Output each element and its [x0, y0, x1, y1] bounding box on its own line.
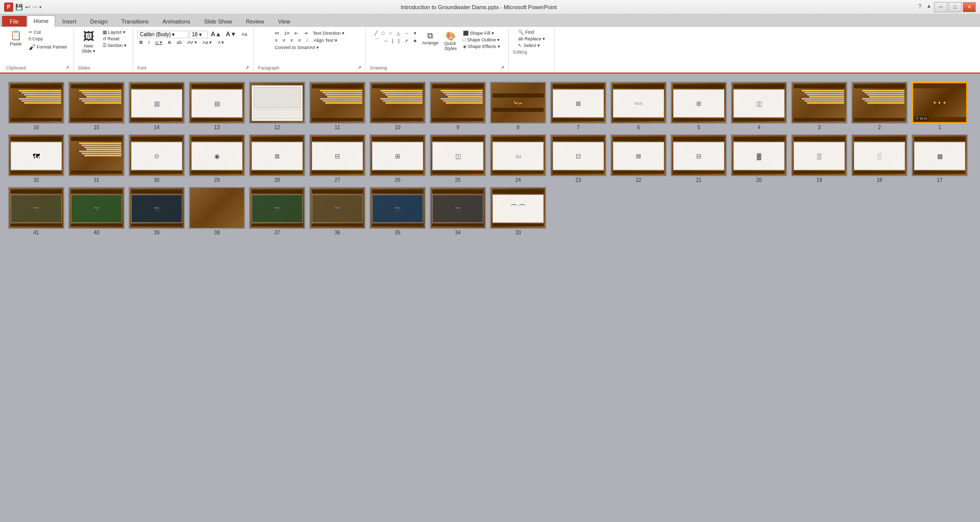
shape-freeform[interactable]: ⌓	[382, 37, 389, 44]
underline-button[interactable]: U ▾	[153, 39, 164, 45]
slide-sorter[interactable]: ✦ ✦ ✦ ⏱ 00:15 1 2 3 ◫ 4 ⊞	[0, 74, 980, 522]
copy-button[interactable]: ⎘ Copy	[27, 36, 69, 42]
slide-thumb-23[interactable]: ⊡ 23	[550, 134, 606, 183]
find-button[interactable]: 🔍 Find	[516, 29, 547, 35]
font-color-button[interactable]: A ▾	[215, 39, 226, 45]
format-painter-button[interactable]: 🖌 Format Painter	[27, 42, 69, 52]
slide-thumb-26[interactable]: ⊞ 26	[370, 134, 426, 183]
tab-view[interactable]: View	[272, 16, 297, 27]
slide-thumb-36[interactable]: 📷 36	[309, 187, 365, 235]
shape-triangle[interactable]: △	[395, 30, 402, 36]
bold-button[interactable]: B	[137, 39, 145, 45]
quick-styles-button[interactable]: 🎨 QuickStyles	[442, 30, 460, 64]
bullets-button[interactable]: ≡•	[273, 30, 281, 36]
slide-thumb-25[interactable]: ◫ 25	[430, 134, 486, 183]
minimize-button[interactable]: ─	[934, 2, 947, 12]
clipboard-expand-icon[interactable]: ↗	[66, 65, 69, 70]
slide-thumb-4[interactable]: ◫ 4	[731, 82, 787, 130]
columns-button[interactable]: ⫶	[304, 37, 310, 43]
tab-review[interactable]: Review	[239, 16, 271, 27]
font-size-input[interactable]: 18 ▾	[189, 31, 208, 38]
shape-connector[interactable]: ↗	[402, 37, 410, 44]
shape-fill-button[interactable]: ⬛ Shape Fill ▾	[461, 30, 502, 36]
slide-thumb-31[interactable]: 31	[68, 134, 125, 183]
slide-thumb-32[interactable]: 🗺 32	[8, 134, 64, 183]
shadow-button[interactable]: ab	[175, 39, 184, 45]
slide-thumb-41[interactable]: 📷 41	[8, 187, 64, 235]
tab-file[interactable]: File	[2, 16, 27, 27]
undo-icon[interactable]: ↩	[25, 4, 30, 11]
slide-thumb-11[interactable]: 11	[309, 82, 365, 130]
layout-button[interactable]: ▦ Layout ▾	[101, 29, 129, 35]
slide-thumb-38[interactable]: 38	[189, 187, 245, 235]
clear-formatting-button[interactable]: Aa	[239, 31, 249, 37]
paste-button[interactable]: 📋 Paste	[6, 29, 26, 48]
change-case-button[interactable]: Aa ▾	[201, 39, 214, 45]
align-left-button[interactable]: ≡	[273, 37, 279, 43]
shape-arrow-right[interactable]: →	[403, 30, 411, 36]
cut-button[interactable]: ✂ Cut	[27, 29, 69, 35]
slide-thumb-14[interactable]: ▥ 14	[129, 82, 185, 130]
shape-brace-right[interactable]: }	[396, 37, 402, 44]
slide-thumb-33[interactable]: ⌒⌒ 33	[490, 187, 546, 235]
tab-transitions[interactable]: Transitions	[115, 16, 155, 27]
slide-thumb-35[interactable]: 📷 35	[370, 187, 426, 235]
reset-button[interactable]: ↺ Reset	[101, 36, 129, 42]
shape-line[interactable]: ╱	[373, 30, 379, 36]
slide-thumb-3[interactable]: 3	[791, 82, 847, 130]
arrange-button[interactable]: ⧉ Arrange	[420, 30, 440, 64]
decrease-indent-button[interactable]: ⇤	[292, 30, 301, 36]
slide-thumb-27[interactable]: ⊟ 27	[309, 134, 365, 183]
align-center-button[interactable]: ≡	[281, 37, 287, 43]
font-decrease-button[interactable]: A▼	[224, 30, 239, 38]
slide-thumb-24[interactable]: ▭ 24	[490, 134, 546, 183]
font-increase-button[interactable]: A▲	[209, 30, 224, 38]
slide-thumb-2[interactable]: 2	[851, 82, 908, 130]
section-button[interactable]: ☰ Section ▾	[101, 42, 129, 49]
shape-oval[interactable]: ○	[387, 30, 394, 36]
strikethrough-button[interactable]: S	[166, 39, 173, 45]
slide-thumb-18[interactable]: ░ 18	[851, 134, 908, 183]
shape-curve[interactable]: ⌒	[373, 37, 381, 44]
shape-more[interactable]: ▾	[412, 30, 419, 36]
redo-icon[interactable]: ↪	[32, 4, 37, 11]
tab-design[interactable]: Design	[84, 16, 114, 27]
text-direction-button[interactable]: Text Direction ▾	[311, 30, 347, 36]
shape-outline-button[interactable]: □ Shape Outline ▾	[461, 37, 502, 43]
ribbon-toggle[interactable]: ▲	[925, 2, 933, 10]
slide-thumb-8[interactable]: مرحبا 8	[490, 82, 546, 130]
slide-thumb-20[interactable]: ▓ 20	[731, 134, 787, 183]
slide-thumb-15[interactable]: 15	[68, 82, 125, 130]
slide-thumb-40[interactable]: 📷 40	[68, 187, 125, 235]
slide-thumb-30[interactable]: ⊙ 30	[129, 134, 185, 183]
help-icon[interactable]: ?	[916, 2, 924, 10]
shape-brace-left[interactable]: {	[390, 37, 396, 44]
slide-thumb-7[interactable]: ⊠ 7	[550, 82, 606, 130]
save-icon[interactable]: 💾	[15, 4, 23, 11]
paragraph-expand-icon[interactable]: ↗	[358, 65, 361, 70]
tab-animations[interactable]: Animations	[156, 16, 197, 27]
slide-thumb-17[interactable]: ▩ 17	[912, 134, 968, 183]
slide-thumb-21[interactable]: ⊟ 21	[671, 134, 727, 183]
numbering-button[interactable]: 1≡	[282, 30, 291, 36]
slide-thumb-10[interactable]: 10	[370, 82, 426, 130]
font-expand-icon[interactable]: ↗	[246, 65, 249, 70]
slide-thumb-19[interactable]: ▒ 19	[791, 134, 847, 183]
slide-thumb-13[interactable]: ▤ 13	[189, 82, 245, 130]
shape-rect[interactable]: □	[380, 30, 386, 36]
align-text-button[interactable]: Align Text ▾	[311, 37, 339, 43]
close-button[interactable]: ✕	[963, 2, 976, 12]
slide-thumb-39[interactable]: 📷 39	[129, 187, 185, 235]
convert-smartart-button[interactable]: Convert to SmartArt ▾	[273, 44, 321, 51]
char-spacing-button[interactable]: AV ▾	[185, 39, 199, 45]
italic-button[interactable]: I	[146, 39, 152, 45]
select-button[interactable]: ↖ Select ▾	[516, 42, 547, 49]
tab-insert[interactable]: Insert	[56, 16, 83, 27]
slide-thumb-9[interactable]: 9	[430, 82, 486, 130]
font-family-input[interactable]: Calibri (Body) ▾	[137, 31, 188, 38]
slide-thumb-12[interactable]: 12	[249, 82, 305, 130]
slide-thumb-6[interactable]: ≈≈≈ 6	[610, 82, 667, 130]
maximize-button[interactable]: □	[948, 2, 962, 12]
justify-button[interactable]: ≡	[296, 37, 303, 43]
drawing-expand-icon[interactable]: ↗	[501, 65, 504, 70]
